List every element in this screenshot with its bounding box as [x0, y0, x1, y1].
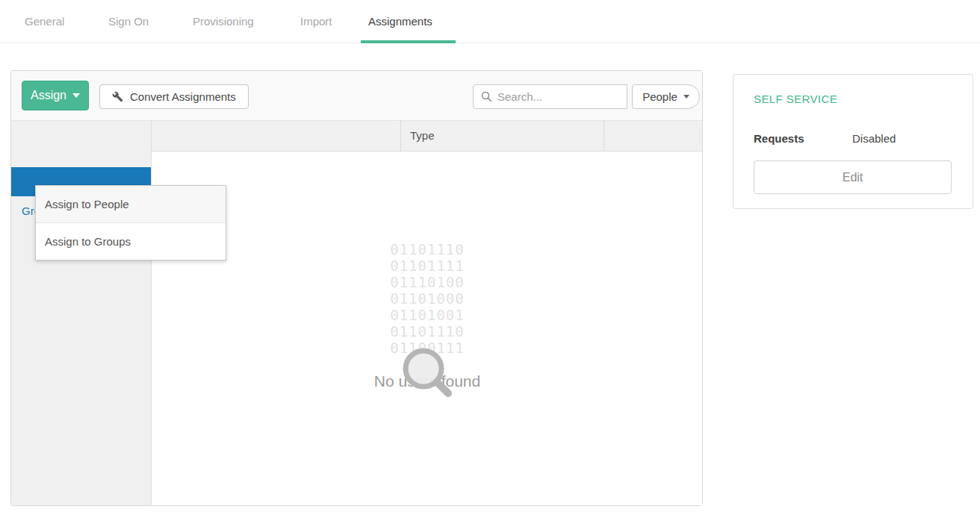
binary-art: 01101110 01101111 01110100 01101000 0110… [152, 241, 702, 356]
binary-line: 01101000 [152, 290, 702, 307]
assignments-toolbar: Assign Convert Assignments People [11, 71, 702, 121]
app-tabbar: General Sign On Provisioning Import Assi… [0, 0, 980, 43]
assignments-empty-state: 01101110 01101111 01110100 01101000 0110… [152, 152, 702, 505]
tab-provisioning[interactable]: Provisioning [185, 10, 261, 33]
search-input[interactable] [497, 90, 610, 103]
binary-line: 01101111 [152, 257, 702, 274]
active-tab-underline [361, 40, 456, 43]
self-service-panel: SELF SERVICE Requests Disabled Edit [733, 74, 973, 209]
edit-button[interactable]: Edit [754, 160, 952, 194]
search-scope-dropdown[interactable]: People [632, 84, 700, 109]
caret-down-icon [683, 95, 689, 99]
binary-line: 01101001 [152, 307, 702, 323]
assign-button[interactable]: Assign [22, 81, 89, 110]
caret-down-icon [72, 93, 80, 98]
assignments-panel: Assign Convert Assignments People Type [10, 70, 703, 506]
assign-dropdown-menu: Assign to People Assign to Groups [35, 185, 226, 260]
tab-sign-on[interactable]: Sign On [101, 10, 156, 33]
column-header-person[interactable] [152, 121, 400, 151]
tab-general[interactable]: General [17, 10, 72, 33]
menu-item-assign-to-groups[interactable]: Assign to Groups [36, 223, 226, 260]
search-icon [481, 91, 492, 102]
tab-import[interactable]: Import [293, 10, 340, 33]
binary-line: 01101110 [152, 323, 702, 340]
search-field[interactable] [473, 84, 627, 109]
column-header-type[interactable]: Type [400, 121, 604, 151]
wrench-icon [112, 91, 123, 102]
requests-label: Requests [754, 132, 804, 145]
magnifier-icon [395, 340, 456, 402]
search-scope-value: People [642, 90, 677, 103]
assignments-table-header: Type [152, 121, 702, 152]
convert-assignments-button[interactable]: Convert Assignments [99, 84, 249, 109]
column-header-actions [604, 121, 702, 151]
tab-assignments[interactable]: Assignments [361, 10, 440, 33]
requests-status-value: Disabled [852, 132, 896, 145]
filter-sidebar: Groups [11, 121, 152, 505]
convert-assignments-label: Convert Assignments [130, 90, 236, 103]
menu-item-assign-to-people[interactable]: Assign to People [36, 186, 226, 222]
binary-line: 01101110 [152, 241, 702, 257]
assign-button-label: Assign [31, 89, 66, 102]
self-service-heading: SELF SERVICE [754, 93, 837, 105]
tabbar-divider [0, 43, 980, 43]
binary-line: 01110100 [152, 274, 702, 290]
